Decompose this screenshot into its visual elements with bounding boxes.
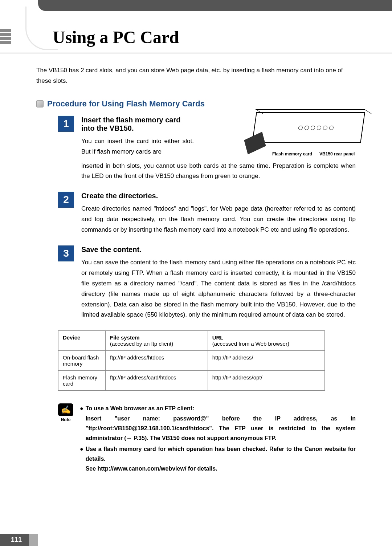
intro-text: The VB150 has 2 card slots, and you can … (36, 65, 356, 86)
note-item-2: ● Use a flash memory card for which oper… (80, 444, 356, 474)
step-1-number: 1 (58, 116, 74, 132)
th-device: Device (58, 331, 106, 351)
note-2-body: See http://www.canon.com/webview/ for de… (86, 465, 217, 472)
table-row: On-board flash memory ftp://IP address/h… (58, 351, 325, 371)
note-2-heading: Use a flash memory card for which operat… (86, 446, 356, 462)
th-device-main: Device (63, 334, 80, 341)
th-filesystem: File system (accessed by an ftp client) (106, 331, 208, 351)
cell: http://IP address/ (208, 351, 324, 371)
step-1: 1 Insert the flash memory card into the … (36, 116, 356, 157)
note-1-body: Insert "user name: password@" before the… (86, 414, 356, 443)
step-1-text-narrow: You can insert the card into either slot… (81, 136, 194, 157)
side-accent-bars (0, 29, 11, 44)
device-outline (252, 112, 365, 143)
table-row: Flash memory card ftp://IP address/card/… (58, 371, 325, 391)
page-title: Using a PC Card (53, 27, 179, 47)
title-divider (0, 53, 392, 53)
th-url: URL (accessed from a Web browser) (208, 331, 324, 351)
bullet-icon: ● (80, 403, 83, 443)
note-icon: ✍ (58, 403, 73, 416)
device-ports (298, 126, 334, 130)
cell: http://IP address/opt/ (208, 371, 324, 391)
page-number: 111 (0, 534, 29, 546)
main-content: The VB150 has 2 card slots, and you can … (36, 65, 356, 475)
step-1-title: Insert the flash memory card into the VB… (81, 116, 194, 133)
label-rear-panel: VB150 rear panel (319, 151, 355, 156)
step-2-number: 2 (58, 192, 74, 208)
file-system-table: Device File system (accessed by an ftp c… (58, 330, 325, 391)
th-fs-sub: (accessed by an ftp client) (110, 341, 203, 347)
section-bullet-icon (36, 100, 44, 107)
th-url-main: URL (212, 334, 224, 341)
note-body: ● To use a Web browser as an FTP client:… (80, 403, 356, 475)
note-label: Note (58, 417, 73, 422)
section-heading: Procedure for Using Flash Memory Cards (36, 99, 356, 109)
step-2: 2 Create the directories. Create directo… (36, 192, 356, 235)
section-heading-text: Procedure for Using Flash Memory Cards (47, 99, 205, 109)
step-2-text: Create directories named "htdocs" and "l… (81, 204, 356, 235)
cell: Flash memory card (58, 371, 106, 391)
note-1-heading: To use a Web browser as an FTP client: (86, 405, 195, 411)
table-header-row: Device File system (accessed by an ftp c… (58, 331, 325, 351)
step-3-title: Save the content. (81, 245, 356, 254)
th-url-sub: (accessed from a Web browser) (212, 341, 320, 347)
bullet-icon: ● (80, 444, 83, 474)
cell: ftp://IP address/htdocs (106, 351, 208, 371)
step-3-number: 3 (58, 245, 74, 261)
step-3-text: You can save the content to the flash me… (81, 257, 356, 320)
step-1-text-wide: inserted in both slots, you cannot use b… (81, 161, 356, 182)
device-diagram: Flash memory card VB150 rear panel (254, 112, 374, 156)
step-3: 3 Save the content. You can save the con… (36, 245, 356, 320)
note-icon-container: ✍ Note (58, 403, 73, 475)
cell: ftp://IP address/card/htdocs (106, 371, 208, 391)
step-2-title: Create the directories. (81, 192, 356, 200)
header-bar (38, 0, 392, 11)
note-box: ✍ Note ● To use a Web browser as an FTP … (58, 403, 356, 475)
label-flash-card: Flash memory card (272, 151, 312, 156)
cell: On-board flash memory (58, 351, 106, 371)
diagram-labels: Flash memory card VB150 rear panel (272, 151, 355, 156)
th-fs-main: File system (110, 334, 140, 341)
note-item-1: ● To use a Web browser as an FTP client:… (80, 403, 356, 443)
